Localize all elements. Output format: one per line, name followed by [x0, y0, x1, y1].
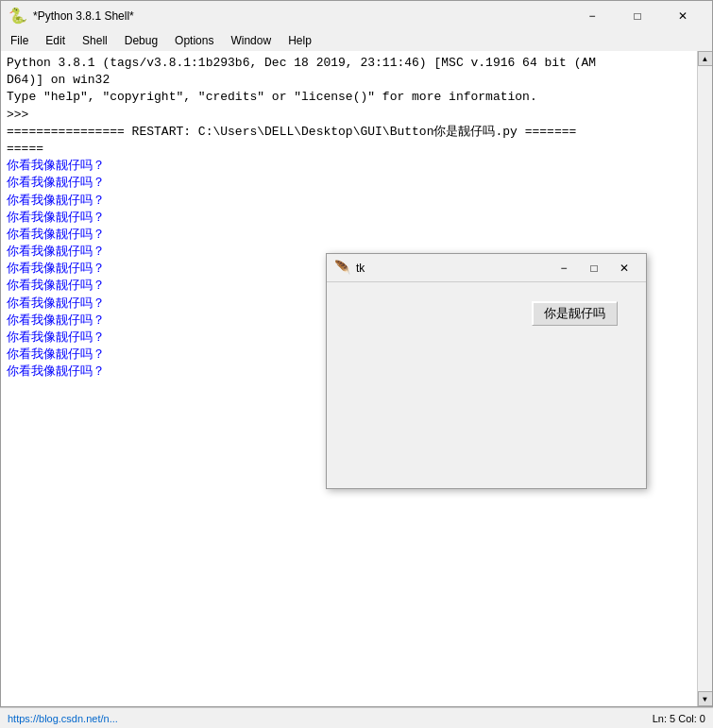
menu-window[interactable]: Window	[223, 31, 279, 50]
title-bar-controls: − □ ✕	[570, 3, 705, 29]
scrollbar[interactable]: ▲ ▼	[697, 51, 712, 706]
shell-header-line2: D64)] on win32	[7, 72, 706, 89]
status-bar: https://blog.csdn.net/n... Ln: 5 Col: 0	[0, 707, 713, 728]
menu-help[interactable]: Help	[280, 31, 319, 50]
tk-window: 🪶 tk − □ ✕ 你是靓仔吗	[326, 253, 647, 489]
shell-output-line: 你看我像靓仔吗？	[7, 158, 706, 175]
restore-button[interactable]: □	[616, 3, 659, 29]
tk-restore-button[interactable]: □	[580, 258, 608, 279]
tk-body: 你是靓仔吗	[327, 282, 646, 488]
tk-app-icon: 🪶	[334, 260, 350, 276]
shell-header-line3: Type "help", "copyright", "credits" or "…	[7, 89, 706, 106]
shell-restart-equals: =====	[7, 141, 706, 158]
shell-output-line: 你看我像靓仔吗？	[7, 210, 706, 227]
scroll-down-arrow[interactable]: ▼	[698, 691, 713, 706]
shell-output-line: 你看我像靓仔吗？	[7, 175, 706, 192]
ln-col-indicator: Ln: 5 Col: 0	[653, 713, 705, 724]
tk-title-left: 🪶 tk	[334, 260, 365, 276]
window-title: *Python 3.8.1 Shell*	[33, 9, 134, 23]
shell-prompt: >>>	[7, 107, 706, 124]
close-button[interactable]: ✕	[661, 3, 705, 29]
status-right: Ln: 5 Col: 0	[653, 713, 705, 724]
tk-close-button[interactable]: ✕	[610, 258, 638, 279]
python-icon: 🐍	[8, 7, 27, 25]
scroll-track[interactable]	[698, 66, 713, 691]
shell-output-line: 你看我像靓仔吗？	[7, 193, 706, 210]
title-bar: 🐍 *Python 3.8.1 Shell* − □ ✕	[0, 0, 713, 30]
minimize-button[interactable]: −	[570, 3, 614, 29]
shell-output-line: 你看我像靓仔吗？	[7, 227, 706, 244]
menu-options[interactable]: Options	[167, 31, 221, 50]
status-link-anchor[interactable]: https://blog.csdn.net/n...	[8, 713, 118, 724]
menu-edit[interactable]: Edit	[38, 31, 73, 50]
menu-shell[interactable]: Shell	[75, 31, 115, 50]
menu-file[interactable]: File	[3, 31, 36, 50]
shell-restart-line: ================ RESTART: C:\Users\DELL\…	[7, 124, 706, 141]
status-link[interactable]: https://blog.csdn.net/n...	[8, 713, 118, 724]
scroll-up-arrow[interactable]: ▲	[698, 51, 713, 66]
title-bar-left: 🐍 *Python 3.8.1 Shell*	[8, 7, 134, 25]
tk-titlebar: 🪶 tk − □ ✕	[327, 254, 646, 282]
tk-minimize-button[interactable]: −	[550, 258, 578, 279]
menu-debug[interactable]: Debug	[117, 31, 165, 50]
tk-action-button[interactable]: 你是靓仔吗	[532, 301, 618, 326]
menu-bar: File Edit Shell Debug Options Window Hel…	[0, 30, 713, 51]
tk-controls: − □ ✕	[550, 258, 638, 279]
shell-header-line1: Python 3.8.1 (tags/v3.8.1:1b293b6, Dec 1…	[7, 55, 706, 72]
tk-title-text: tk	[356, 262, 365, 275]
